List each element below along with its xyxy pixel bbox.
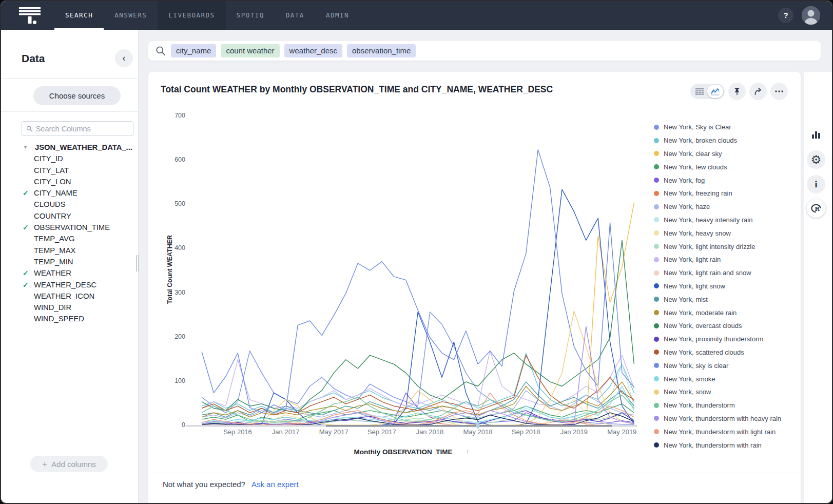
column-item-temp_avg[interactable]: TEMP_AVG xyxy=(1,234,138,245)
legend-item[interactable]: New York, haze xyxy=(654,200,798,214)
thoughtspot-logo[interactable] xyxy=(18,7,42,25)
legend-item[interactable]: New York, freezing rain xyxy=(654,187,798,200)
pin-icon xyxy=(733,87,741,95)
search-bar[interactable]: city_namecount weatherweather_descobserv… xyxy=(148,41,821,61)
divider xyxy=(148,473,801,473)
legend-swatch xyxy=(654,125,659,130)
legend-item[interactable]: New York, snow xyxy=(654,385,798,399)
legend-swatch xyxy=(654,442,659,448)
nav-item-admin[interactable]: ADMIN xyxy=(315,1,360,30)
line-chart[interactable] xyxy=(186,113,637,431)
column-name: CITY_NAME xyxy=(34,189,78,197)
column-item-weather_icon[interactable]: WEATHER_ICON xyxy=(1,292,138,303)
legend-item[interactable]: New York, thunderstorm with light rain xyxy=(654,425,798,438)
collapse-panel-button[interactable]: ‹ xyxy=(115,49,133,67)
legend-item[interactable]: New York, thunderstorm with heavy rain xyxy=(654,412,798,425)
legend-item[interactable]: New York, scattered clouds xyxy=(654,346,798,359)
r-analysis-button[interactable]: R xyxy=(807,199,825,218)
legend-item[interactable]: New York, fog xyxy=(654,173,798,187)
avatar-silhouette xyxy=(802,6,820,25)
x-axis-tick: Jan 2018 xyxy=(406,428,453,436)
legend-item[interactable]: New York, mist xyxy=(654,293,798,306)
legend-item[interactable]: New York, smoke xyxy=(654,372,798,385)
legend-item[interactable]: New York, thunderstorm xyxy=(654,399,798,412)
legend-item[interactable]: New York, clear sky xyxy=(654,147,798,161)
ask-expert-link[interactable]: Ask an expert xyxy=(251,480,299,489)
chart-view-button[interactable] xyxy=(707,85,723,98)
search-token-city_name[interactable]: city_name xyxy=(171,44,216,57)
add-columns-label: Add columns xyxy=(51,460,96,469)
column-item-clouds[interactable]: CLOUDS xyxy=(1,200,138,211)
user-avatar[interactable] xyxy=(802,6,820,25)
search-columns-input[interactable] xyxy=(36,125,129,133)
app-window: SEARCHANSWERSLIVEBOARDSSPOTIQDATAADMIN ?… xyxy=(0,0,833,504)
legend-swatch xyxy=(654,204,659,209)
legend-item[interactable]: New York, light rain and snow xyxy=(654,266,798,280)
nav-item-answers[interactable]: ANSWERS xyxy=(104,1,158,30)
column-item-temp_max[interactable]: TEMP_MAX xyxy=(1,246,138,257)
change-visualization-button[interactable] xyxy=(807,125,825,144)
column-item-country[interactable]: COUNTRY xyxy=(1,211,138,223)
pin-button[interactable] xyxy=(728,83,746,100)
ellipsis-icon xyxy=(775,90,783,92)
column-name: WIND_SPEED xyxy=(34,315,84,323)
legend-item[interactable]: New York, moderate rain xyxy=(654,306,798,319)
legend-item[interactable]: New York, proximity thunderstorm xyxy=(654,333,798,346)
column-item-city_lon[interactable]: CITY_LON xyxy=(1,177,138,188)
checkmark-icon: ✓ xyxy=(23,269,29,277)
legend-label: New York, thunderstorm with rain xyxy=(664,441,762,449)
chart-scrollbar-thumb[interactable] xyxy=(326,425,612,427)
legend-item[interactable]: New York, light intensity drizzle xyxy=(654,240,798,253)
column-name: OBSERVATION_TIME xyxy=(34,223,110,231)
column-item-wind_dir[interactable]: WIND_DIR xyxy=(1,303,138,314)
table-view-button[interactable] xyxy=(691,85,707,98)
sort-ascending-icon[interactable]: ↑ xyxy=(466,448,470,456)
column-item-observation_time[interactable]: ✓OBSERVATION_TIME xyxy=(1,223,138,234)
column-name: CITY_ID xyxy=(34,154,63,163)
legend-item[interactable]: New York, Sky is Clear xyxy=(654,121,798,134)
column-item-city_name[interactable]: ✓CITY_NAME xyxy=(1,188,138,200)
legend-item[interactable]: New York, light snow xyxy=(654,280,798,293)
legend-swatch xyxy=(654,297,659,302)
nav-menu: SEARCHANSWERSLIVEBOARDSSPOTIQDATAADMIN xyxy=(54,1,360,30)
search-token-count-weather[interactable]: count weather xyxy=(221,44,279,57)
legend-item[interactable]: New York, overcast clouds xyxy=(654,319,798,333)
legend-item[interactable]: New York, broken clouds xyxy=(654,134,798,147)
share-button[interactable] xyxy=(749,83,767,100)
column-item-temp_min[interactable]: TEMP_MIN xyxy=(1,257,138,268)
legend-item[interactable]: New York, heavy snow xyxy=(654,226,798,240)
column-item-weather[interactable]: ✓WEATHER xyxy=(1,268,138,280)
source-table[interactable]: ▾JSON_WEATHER_DATA_... xyxy=(1,143,138,154)
column-item-city_lat[interactable]: CITY_LAT xyxy=(1,166,138,177)
search-token-observation_time[interactable]: observation_time xyxy=(347,44,416,57)
legend-label: New York, heavy snow xyxy=(664,229,731,237)
nav-item-search[interactable]: SEARCH xyxy=(54,1,104,30)
legend-label: New York, clear sky xyxy=(664,150,722,158)
answer-title: Total Count WEATHER by Monthly OBSERVATI… xyxy=(161,84,553,95)
more-options-button[interactable] xyxy=(770,83,788,100)
add-columns-button[interactable]: + Add columns xyxy=(30,456,108,472)
legend-item[interactable]: New York, few clouds xyxy=(654,160,798,173)
right-rail: ⚙ i R xyxy=(804,72,832,503)
info-button[interactable]: i xyxy=(807,175,825,193)
divider xyxy=(1,78,138,79)
legend-swatch xyxy=(654,151,659,156)
legend-item[interactable]: New York, thunderstorm with rain xyxy=(654,438,798,452)
settings-button[interactable]: ⚙ xyxy=(807,150,825,169)
help-button[interactable]: ? xyxy=(778,8,793,23)
search-token-list: city_namecount weatherweather_descobserv… xyxy=(171,44,416,57)
column-item-wind_speed[interactable]: WIND_SPEED xyxy=(1,314,138,325)
nav-item-spotiq[interactable]: SPOTIQ xyxy=(226,1,275,30)
legend-item[interactable]: New York, heavy intensity rain xyxy=(654,214,798,227)
legend-item[interactable]: New York, light rain xyxy=(654,253,798,266)
search-token-weather_desc[interactable]: weather_desc xyxy=(284,44,342,57)
legend-item[interactable]: New York, sky is clear xyxy=(654,359,798,372)
legend-swatch xyxy=(654,257,659,262)
column-item-weather_desc[interactable]: ✓WEATHER_DESC xyxy=(1,280,138,292)
column-item-city_id[interactable]: CITY_ID xyxy=(1,154,138,165)
legend-swatch xyxy=(654,230,659,236)
nav-item-liveboards[interactable]: LIVEBOARDS xyxy=(158,1,225,30)
choose-sources-button[interactable]: Choose sources xyxy=(33,86,121,105)
nav-item-data[interactable]: DATA xyxy=(275,1,315,30)
share-arrow-icon xyxy=(753,87,763,95)
